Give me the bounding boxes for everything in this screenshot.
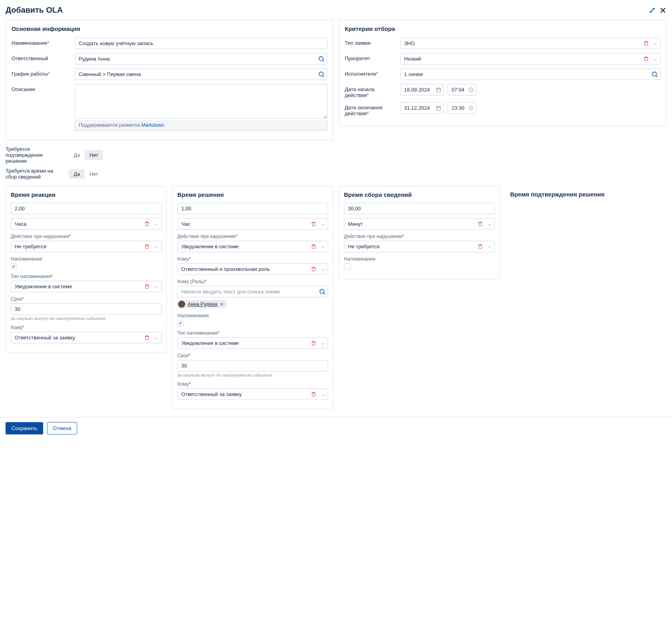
whom-label: Кому* <box>11 325 161 330</box>
chevron-down-icon[interactable]: ⌵ <box>152 284 161 289</box>
priority-select[interactable]: Низкий ⌵ <box>400 53 661 65</box>
chevron-down-icon[interactable]: ⌵ <box>651 56 660 61</box>
resolution-whom2-select[interactable]: Ответственный за заявку⌵ <box>177 388 328 400</box>
markdown-hint: Поддерживается разметка Markdown <box>75 120 327 131</box>
exec-label: Исполнители* <box>345 69 396 77</box>
chevron-down-icon[interactable]: ⌵ <box>319 221 328 227</box>
close-icon[interactable] <box>659 7 666 14</box>
clock-icon[interactable] <box>468 105 474 111</box>
trash-icon[interactable] <box>309 244 319 249</box>
resolution-term-input[interactable] <box>177 360 328 371</box>
save-button[interactable]: Сохранить <box>6 422 43 434</box>
search-icon[interactable] <box>319 288 326 295</box>
chevron-down-icon[interactable]: ⌵ <box>152 221 161 227</box>
search-icon[interactable] <box>651 71 658 78</box>
term-hint: за сколько минут до наступления события <box>177 373 328 377</box>
search-icon[interactable] <box>318 71 325 78</box>
violation-label: Действие при нарушении* <box>11 234 161 239</box>
chevron-down-icon[interactable]: ⌵ <box>319 244 328 249</box>
type-label: Тип заявки <box>345 38 396 46</box>
trash-icon[interactable] <box>641 41 651 46</box>
reaction-reminder-type-select[interactable]: Уведомление в системе⌵ <box>11 281 161 292</box>
trash-icon[interactable] <box>309 392 319 397</box>
gather-value-input[interactable] <box>344 203 495 214</box>
trash-icon[interactable] <box>309 221 319 227</box>
term-label: Срок* <box>177 353 328 358</box>
expand-icon[interactable] <box>649 7 655 13</box>
trash-icon[interactable] <box>641 56 651 61</box>
trash-icon[interactable] <box>309 267 319 272</box>
clock-icon[interactable] <box>468 87 474 93</box>
start-date-label: Дата начала действия* <box>345 84 396 98</box>
gather-no-button[interactable]: Нет <box>85 169 103 179</box>
trash-icon[interactable] <box>309 341 319 346</box>
cancel-button[interactable]: Отмена <box>47 422 78 434</box>
resolution-card: Время решения Час⌵ Действие при нарушени… <box>172 186 333 409</box>
owner-label: Ответственный <box>11 53 71 61</box>
name-label: Наименование* <box>11 38 71 46</box>
violation-label: Действие при нарушении* <box>344 234 495 239</box>
criteria-card: Критерии отбора Тип заявки ЗНО ⌵ Приорит… <box>339 19 666 126</box>
calendar-icon[interactable] <box>436 87 441 93</box>
chevron-down-icon[interactable]: ⌵ <box>319 267 328 272</box>
svg-point-2 <box>652 72 657 76</box>
role-search-input[interactable] <box>177 286 328 297</box>
trash-icon[interactable] <box>475 221 485 227</box>
avatar <box>178 301 185 308</box>
name-input[interactable] <box>75 38 327 49</box>
chip-remove-icon[interactable]: ✕ <box>220 301 224 307</box>
reaction-whom-select[interactable]: Ответственный за заявку⌵ <box>11 332 161 343</box>
chevron-down-icon[interactable]: ⌵ <box>651 41 660 46</box>
chevron-down-icon[interactable]: ⌵ <box>152 335 161 340</box>
trash-icon[interactable] <box>475 244 485 249</box>
trash-icon[interactable] <box>142 221 152 227</box>
chevron-down-icon[interactable]: ⌵ <box>319 392 328 397</box>
resolution-violation-select[interactable]: Уведомление в системе⌵ <box>177 241 328 252</box>
gather-violation-select[interactable]: Не требуется⌵ <box>344 241 495 252</box>
priority-label: Приоритет <box>345 53 396 61</box>
section-title: Критерии отбора <box>345 25 661 32</box>
search-icon[interactable] <box>318 55 325 62</box>
owner-input[interactable] <box>75 53 327 65</box>
markdown-link[interactable]: Markdown <box>141 122 164 128</box>
description-textarea[interactable] <box>75 84 327 119</box>
resolution-value-input[interactable] <box>177 203 328 214</box>
gather-reminder-checkbox[interactable] <box>344 263 350 270</box>
resolution-unit-select[interactable]: Час⌵ <box>177 218 328 230</box>
chevron-down-icon[interactable]: ⌵ <box>485 221 494 227</box>
trash-icon[interactable] <box>142 244 152 249</box>
role-chip: Анна Рудина ✕ <box>177 300 227 308</box>
reminder-type-label: Тип напоминания* <box>177 330 328 336</box>
executors-input[interactable] <box>400 69 661 80</box>
desc-label: Описание <box>11 84 71 92</box>
trash-icon[interactable] <box>142 284 152 289</box>
reaction-unit-select[interactable]: Часа⌵ <box>11 218 161 230</box>
modal-header: Добавить OLA <box>6 4 666 19</box>
main-info-card: Основная информация Наименование* Ответс… <box>6 19 333 141</box>
resolution-reminder-type-select[interactable]: Уведомление в системе⌵ <box>177 337 328 349</box>
calendar-icon[interactable] <box>436 105 441 111</box>
reaction-reminder-checkbox[interactable] <box>11 263 17 270</box>
confirm-yes-button[interactable]: Да <box>69 150 85 160</box>
chevron-down-icon[interactable]: ⌵ <box>319 341 328 346</box>
schedule-input[interactable] <box>75 69 327 80</box>
trash-icon[interactable] <box>142 335 152 340</box>
gather-yes-button[interactable]: Да <box>69 169 85 179</box>
reaction-term-input[interactable] <box>11 303 161 315</box>
reaction-card: Время реакции Часа⌵ Действие при нарушен… <box>6 186 167 352</box>
type-select[interactable]: ЗНО ⌵ <box>400 38 661 49</box>
confirm-no-button[interactable]: Нет <box>85 150 103 160</box>
reaction-violation-select[interactable]: Не требуется⌵ <box>11 241 161 252</box>
gather-unit-select[interactable]: Минут⌵ <box>344 218 495 230</box>
gather-toggle: Да Нет <box>69 169 103 179</box>
resolution-reminder-checkbox[interactable] <box>177 320 184 326</box>
resolution-whom-select[interactable]: Ответственный и произвольная роль⌵ <box>177 263 328 275</box>
term-label: Срок* <box>11 296 161 302</box>
reminder-label: Напоминание <box>344 256 495 262</box>
chevron-down-icon[interactable]: ⌵ <box>485 244 494 249</box>
svg-point-1 <box>319 72 323 76</box>
reaction-value-input[interactable] <box>11 203 161 214</box>
chevron-down-icon[interactable]: ⌵ <box>152 244 161 249</box>
confirm-toggle: Да Нет <box>69 150 103 160</box>
end-date-label: Дата окончания действия* <box>345 102 396 116</box>
